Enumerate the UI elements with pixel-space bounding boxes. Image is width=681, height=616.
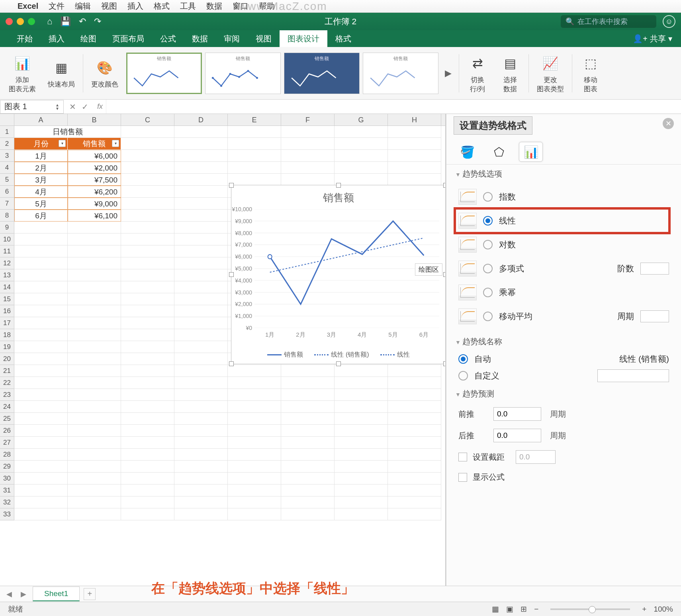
sheet-nav-next-icon[interactable]: ▶ (18, 590, 29, 598)
radio-power[interactable] (483, 288, 493, 297)
trend-option-poly[interactable]: 多项式阶数 (458, 257, 669, 281)
zoom-out-icon[interactable]: − (534, 605, 538, 614)
col-E[interactable]: E (228, 114, 281, 126)
trend-option-exp[interactable]: 指数 (458, 185, 669, 209)
tab-data[interactable]: 数据 (184, 30, 216, 47)
chart-style-4[interactable]: 销售额 (363, 53, 438, 94)
menu-file[interactable]: 文件 (49, 1, 65, 12)
pane-tab-effects-icon[interactable]: ⬠ (487, 142, 511, 162)
poly-param-input[interactable] (640, 263, 669, 275)
chart-legend[interactable]: 销售额 线性 (销售额) 线性 (231, 351, 446, 359)
menu-insert[interactable]: 插入 (127, 1, 143, 12)
share-button[interactable]: 👤+共享 ▾ (624, 30, 681, 47)
save-icon[interactable]: 💾 (60, 16, 71, 27)
menu-format[interactable]: 格式 (154, 1, 170, 12)
trend-option-linear[interactable]: 线性 (455, 209, 669, 233)
user-avatar-icon[interactable]: ☺ (663, 15, 675, 28)
select-data-button[interactable]: ▤选择 数据 (496, 53, 524, 94)
view-normal-icon[interactable]: ▦ (492, 604, 499, 614)
tab-pagelayout[interactable]: 页面布局 (104, 30, 152, 47)
close-pane-icon[interactable]: ✕ (663, 118, 674, 129)
radio-poly[interactable] (483, 264, 493, 273)
radio-custom-name[interactable] (458, 371, 468, 381)
home-icon[interactable]: ⌂ (47, 16, 52, 27)
radio-movavg[interactable] (483, 312, 493, 321)
radio-exp[interactable] (483, 192, 493, 202)
trendline-options-section[interactable]: 趋势线选项 (446, 164, 681, 183)
formula-input[interactable] (106, 100, 681, 114)
zoom-value[interactable]: 100% (654, 605, 673, 614)
filter-icon[interactable]: ▾ (112, 140, 119, 147)
svg-point-4 (247, 70, 249, 72)
radio-linear[interactable] (483, 216, 493, 226)
tab-formulas[interactable]: 公式 (152, 30, 184, 47)
intercept-checkbox[interactable] (458, 453, 467, 461)
menu-edit[interactable]: 编辑 (75, 1, 91, 12)
add-sheet-button[interactable]: + (84, 588, 96, 600)
auto-name-label: 自动 (474, 353, 491, 365)
trend-option-log[interactable]: 对数 (458, 233, 669, 257)
spreadsheet-grid[interactable]: A B C D E F G H 1日销售额2月份▾销售额▾31月¥6,00042… (0, 114, 446, 586)
forward-input[interactable] (493, 407, 541, 421)
undo-icon[interactable]: ↶ (79, 16, 86, 27)
change-colors-button[interactable]: 🎨 更改颜色 (87, 57, 122, 89)
custom-name-input[interactable] (597, 369, 669, 382)
show-equation-checkbox[interactable] (458, 473, 467, 482)
switch-row-col-button[interactable]: ⇄切换 行/列 (463, 53, 492, 94)
tab-view[interactable]: 视图 (248, 30, 280, 47)
col-F[interactable]: F (281, 114, 335, 126)
app-name[interactable]: Excel (18, 2, 38, 11)
col-A[interactable]: A (14, 114, 68, 126)
tab-review[interactable]: 审阅 (216, 30, 248, 47)
enter-icon[interactable]: ✓ (82, 102, 88, 112)
move-chart-button[interactable]: ⬚移动 图表 (576, 53, 605, 94)
tab-insert[interactable]: 插入 (41, 30, 72, 47)
chart-styles-gallery[interactable]: 销售额 销售额 销售额 销售额 ▶ (126, 53, 455, 94)
intercept-input[interactable] (516, 450, 556, 464)
search-input[interactable]: 🔍 在工作表中搜索 (561, 15, 656, 28)
tab-chartdesign[interactable]: 图表设计 (280, 30, 327, 47)
tab-format[interactable]: 格式 (327, 30, 359, 47)
pane-tab-fill-icon[interactable]: 🪣 (455, 142, 479, 162)
sheet-nav-prev-icon[interactable]: ◀ (4, 590, 14, 598)
backward-input[interactable] (493, 429, 541, 442)
menu-tools[interactable]: 工具 (180, 1, 196, 12)
tab-home[interactable]: 开始 (9, 30, 41, 47)
cancel-icon[interactable]: ✕ (69, 102, 76, 112)
col-D[interactable]: D (174, 114, 228, 126)
view-pagebreak-icon[interactable]: ⊞ (521, 604, 527, 614)
menu-data[interactable]: 数据 (206, 1, 222, 12)
zoom-slider[interactable] (550, 608, 630, 610)
chart-style-3[interactable]: 销售额 (284, 53, 360, 94)
filter-icon[interactable]: ▾ (59, 140, 66, 147)
menu-view[interactable]: 视图 (101, 1, 117, 12)
mac-menubar[interactable]: Excel 文件 编辑 视图 插入 格式 工具 数据 窗口 帮助 (0, 0, 681, 13)
chart-title[interactable]: 销售额 (231, 185, 446, 210)
col-H[interactable]: H (388, 114, 441, 126)
zoom-in-icon[interactable]: + (642, 605, 646, 614)
col-C[interactable]: C (121, 114, 174, 126)
radio-log[interactable] (483, 240, 493, 249)
trend-option-power[interactable]: 乘幂 (458, 281, 669, 304)
movavg-param-input[interactable] (640, 310, 669, 322)
pane-tab-options-icon[interactable]: 📊 (519, 142, 543, 162)
trend-option-movavg[interactable]: 移动平均周期 (458, 304, 669, 328)
embedded-chart[interactable]: 销售额 绘图区 ¥0¥1,000¥2,000¥3,000¥4,000¥5,000… (231, 185, 446, 364)
quick-layout-button[interactable]: ▦ 快速布局 (44, 57, 79, 89)
view-pagelayout-icon[interactable]: ▣ (506, 604, 513, 614)
col-G[interactable]: G (335, 114, 388, 126)
styles-more-icon[interactable]: ▶ (442, 68, 455, 78)
tab-draw[interactable]: 绘图 (72, 30, 104, 47)
col-B[interactable]: B (68, 114, 121, 126)
redo-icon[interactable]: ↷ (94, 16, 101, 27)
chart-plot-area[interactable] (254, 209, 439, 328)
change-chart-type-button[interactable]: 📈更改 图表类型 (533, 53, 568, 94)
sheet-tab-1[interactable]: Sheet1 (33, 587, 80, 601)
select-all-corner[interactable] (0, 114, 14, 126)
name-box[interactable]: 图表 1▲▼ (0, 100, 64, 114)
chart-style-1[interactable]: 销售额 (126, 53, 202, 94)
chart-style-2[interactable]: 销售额 (205, 53, 281, 94)
add-chart-element-button[interactable]: 📊 添加 图表元素 (5, 53, 40, 94)
radio-auto-name[interactable] (458, 354, 468, 364)
traffic-lights[interactable] (6, 18, 35, 25)
